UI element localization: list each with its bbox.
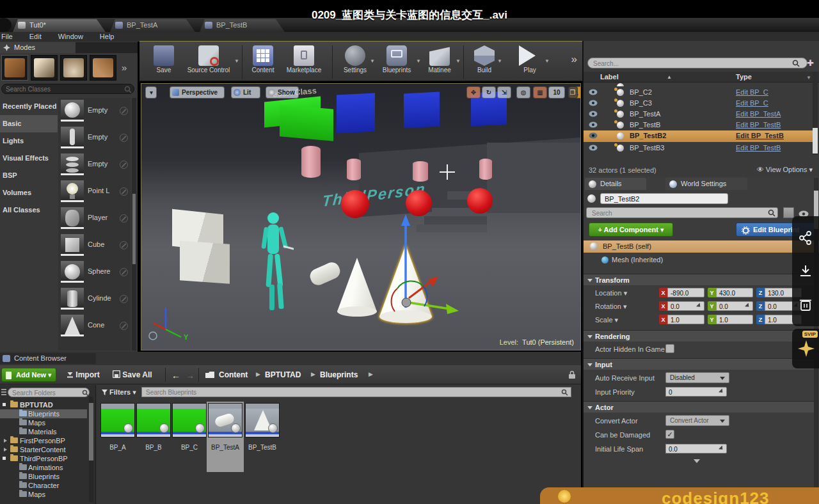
expand-more-icon[interactable] (694, 459, 700, 466)
list-item[interactable]: Empty (58, 125, 131, 152)
tree-item[interactable]: Materials (0, 427, 87, 436)
drag-handle-icon[interactable] (120, 107, 128, 115)
table-row[interactable]: BP_TestAEdit BP_TestA (584, 109, 813, 120)
edit-blueprint-link[interactable]: Edit BP_C (736, 88, 768, 96)
section-rendering[interactable]: Rendering (584, 330, 815, 342)
tree-item-selected[interactable]: Blueprints (0, 409, 87, 418)
asset-bp-testb[interactable]: BP_TestB (244, 402, 281, 472)
outliner-search-input[interactable] (587, 58, 807, 68)
component-root[interactable]: BP_TestB (self) (584, 240, 819, 253)
category-basic[interactable]: Basic (0, 115, 58, 132)
modes-expand-icon[interactable]: » (122, 62, 127, 73)
search-classes-input[interactable] (1, 84, 134, 94)
maximize-viewport-icon[interactable]: ❒ (568, 86, 578, 98)
character-mesh[interactable] (255, 209, 294, 315)
property-label[interactable]: Scale ▾ (595, 316, 618, 324)
red-sphere[interactable] (467, 188, 493, 214)
white-cylinder[interactable] (308, 260, 342, 287)
column-label[interactable]: Label (600, 73, 619, 81)
drag-handle-icon[interactable] (120, 268, 128, 276)
can-be-damaged-checkbox[interactable]: ✓ (665, 430, 674, 439)
white-cone[interactable] (337, 258, 377, 317)
visibility-eye-icon[interactable] (589, 89, 598, 95)
asset-bp-testa[interactable]: BP_TestA (207, 402, 244, 472)
table-row[interactable]: BP_C2Edit BP_C (584, 87, 813, 98)
menu-edit[interactable]: Edit (29, 32, 42, 42)
spinner-icon[interactable] (745, 303, 752, 310)
table-row[interactable] (584, 83, 813, 86)
dropdown-arrow-icon[interactable]: ▼ (234, 58, 239, 64)
show-button[interactable]: Show (266, 86, 299, 98)
visibility-eye-icon[interactable] (589, 111, 598, 117)
play-button[interactable]: Play▼ (507, 44, 552, 74)
foliage-mode-button[interactable] (90, 55, 116, 81)
pink-cylinder[interactable] (347, 159, 361, 180)
list-item[interactable]: Cube (58, 232, 131, 259)
spinner-icon[interactable] (719, 445, 726, 453)
edit-blueprint-link[interactable]: Edit BP_TestB (736, 121, 781, 129)
category-all-classes[interactable]: All Classes (0, 201, 58, 219)
pink-cylinder[interactable] (479, 159, 492, 180)
toolbar-expand-icon[interactable]: » (571, 44, 577, 66)
landscape-mode-button[interactable] (60, 55, 87, 81)
perspective-button[interactable]: Perspective (170, 86, 225, 98)
breadcrumb-content[interactable]: Content (219, 370, 248, 379)
drag-handle-icon[interactable] (120, 241, 128, 249)
list-item[interactable]: Point L (58, 178, 131, 205)
viewport[interactable]: ThirdPerson essA Class (141, 83, 581, 350)
scale-x-field[interactable]: 1.0 (667, 315, 704, 324)
breadcrumb-bptutad[interactable]: BPTUTAD (265, 370, 301, 379)
drag-handle-icon[interactable] (120, 134, 128, 142)
drag-handle-icon[interactable] (120, 187, 128, 196)
drag-handle-icon[interactable] (120, 295, 128, 303)
white-cube[interactable] (180, 240, 230, 283)
view-options-button[interactable]: 👁 View Options ▾ (757, 166, 813, 174)
modes-tab[interactable]: Modes (0, 42, 76, 53)
platform[interactable] (359, 138, 581, 217)
list-item[interactable]: Sphere (58, 259, 131, 286)
dropdown-arrow-icon[interactable]: ▼ (545, 58, 550, 64)
outliner-scrollbar[interactable] (813, 72, 818, 155)
drag-handle-icon[interactable] (120, 322, 128, 330)
source-control-button[interactable]: Source Control▼ (179, 44, 238, 74)
visibility-eye-icon[interactable] (589, 145, 598, 151)
section-input[interactable]: Input (584, 358, 815, 370)
world-space-button[interactable]: ◍ (516, 86, 530, 98)
dropdown-arrow-icon[interactable]: ▼ (497, 58, 502, 64)
search-folders-input[interactable] (8, 388, 90, 397)
search-assets-input[interactable] (141, 387, 571, 397)
list-item[interactable]: Cylinde (58, 286, 131, 313)
lock-icon[interactable] (568, 370, 576, 379)
spinner-icon[interactable] (719, 388, 726, 396)
drag-handle-icon[interactable] (120, 214, 128, 223)
blueprints-button[interactable]: Blueprints▼ (374, 44, 420, 74)
location-x-field[interactable]: -890.0 (667, 288, 704, 297)
lit-button[interactable]: Lit (231, 86, 260, 98)
details-search-input[interactable] (586, 207, 778, 218)
import-button[interactable]: Import (67, 370, 100, 379)
section-actor[interactable]: Actor (584, 401, 815, 413)
pink-cylinder[interactable] (301, 146, 321, 178)
paint-mode-button[interactable] (31, 55, 58, 81)
green-flag[interactable] (264, 96, 321, 127)
menu-help[interactable]: Help (100, 32, 115, 42)
tree-item[interactable]: Character (0, 481, 87, 490)
grid-view-icon[interactable] (783, 207, 794, 218)
add-component-button[interactable]: + Add Component ▾ (589, 223, 673, 237)
add-actor-icon[interactable]: ✚ (807, 58, 814, 68)
tree-item[interactable]: Maps (0, 490, 87, 499)
modes-scrollbar[interactable] (132, 98, 136, 350)
rotation-x-field[interactable]: 0.0 (667, 301, 704, 311)
save-button[interactable]: Save (148, 44, 179, 74)
grid-snap-value[interactable]: 10 (548, 86, 565, 98)
tab-details[interactable]: Details (585, 178, 646, 190)
table-row-selected[interactable]: BP_TestB2Edit BP_TestB (584, 130, 813, 142)
category-bsp[interactable]: BSP (0, 167, 58, 184)
tree-item[interactable]: Maps (0, 418, 87, 427)
red-sphere[interactable] (341, 190, 369, 218)
convert-actor-dropdown[interactable]: Convert Actor (665, 415, 729, 426)
red-sphere[interactable] (406, 190, 432, 216)
filters-button[interactable]: Filters ▾ (102, 388, 136, 397)
list-item[interactable]: Empty (58, 98, 131, 125)
build-button[interactable]: Build▼ (468, 44, 501, 74)
